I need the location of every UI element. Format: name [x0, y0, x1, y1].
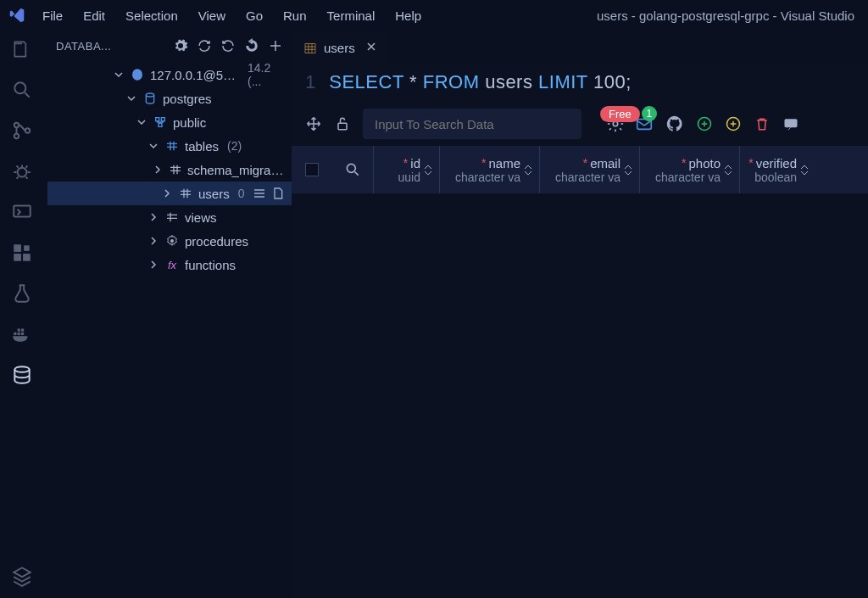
- testing-icon[interactable]: [10, 282, 34, 305]
- tabs-bar: users: [292, 31, 868, 64]
- tree-tables[interactable]: tables (2): [44, 134, 292, 158]
- svg-rect-23: [338, 123, 347, 130]
- chevron-down-icon: [114, 70, 125, 80]
- trash-icon[interactable]: [754, 115, 771, 132]
- table-icon: [303, 42, 317, 55]
- grid-body: [292, 193, 868, 598]
- svg-point-17: [146, 93, 153, 97]
- menu-terminal[interactable]: Terminal: [319, 3, 384, 28]
- gear-icon[interactable]: [173, 38, 188, 53]
- tree-table-row[interactable]: users 0: [47, 182, 292, 205]
- chevron-right-icon: [161, 188, 173, 198]
- debug-icon[interactable]: [10, 159, 34, 183]
- sort-icon[interactable]: [800, 165, 809, 176]
- column-search-icon[interactable]: [332, 146, 373, 193]
- grid-header: *iduuid*namecharacter va*emailcharacter …: [292, 146, 868, 193]
- menu-edit[interactable]: Edit: [75, 3, 114, 28]
- extensions-icon[interactable]: [10, 241, 34, 265]
- source-control-icon[interactable]: [10, 119, 34, 143]
- menu-go[interactable]: Go: [237, 3, 271, 28]
- search-input[interactable]: [363, 109, 581, 139]
- menu-icon[interactable]: [253, 187, 266, 200]
- column-email[interactable]: *emailcharacter va: [539, 146, 639, 193]
- menu-bar: File Edit Selection View Go Run Terminal…: [34, 3, 430, 28]
- line-number: 1: [305, 71, 315, 93]
- chevron-right-icon: [147, 236, 159, 246]
- add-icon[interactable]: [268, 38, 283, 53]
- remote-icon[interactable]: [10, 200, 34, 224]
- add-circle-icon-2[interactable]: [725, 115, 742, 132]
- menu-selection[interactable]: Selection: [117, 3, 186, 28]
- menu-help[interactable]: Help: [387, 3, 430, 28]
- sidebar-header: DATABA...: [44, 31, 292, 61]
- column-id[interactable]: *iduuid: [373, 146, 439, 193]
- tree-table-row[interactable]: schema_migratio...: [44, 158, 292, 182]
- functions-label: functions: [185, 258, 236, 272]
- svg-point-4: [18, 168, 27, 177]
- docker-icon[interactable]: [10, 322, 34, 346]
- layers-icon[interactable]: [10, 564, 34, 588]
- activity-bar: [0, 31, 44, 598]
- view-icon: [164, 210, 180, 224]
- window-title: users - golang-postgresql-grpc - Visual …: [597, 8, 861, 23]
- sort-icon[interactable]: [624, 165, 632, 176]
- tab-users[interactable]: users: [292, 31, 386, 64]
- tree-schema[interactable]: public: [44, 110, 292, 134]
- tree-functions[interactable]: fx functions: [44, 253, 292, 277]
- explorer-icon[interactable]: [10, 37, 34, 61]
- svg-point-24: [613, 121, 618, 126]
- svg-rect-28: [784, 119, 797, 127]
- tree-procedures[interactable]: procedures: [44, 229, 292, 253]
- file-icon[interactable]: [271, 187, 285, 200]
- database-icon[interactable]: [10, 363, 34, 387]
- chevron-down-icon: [136, 117, 147, 127]
- chevron-right-icon: [147, 260, 159, 270]
- db-label: postgres: [163, 92, 212, 106]
- github-icon[interactable]: [665, 115, 684, 133]
- menu-view[interactable]: View: [190, 3, 234, 28]
- svg-rect-22: [305, 43, 315, 53]
- svg-point-2: [14, 134, 19, 138]
- svg-rect-12: [21, 333, 24, 335]
- column-verified[interactable]: *verifiedboolean: [739, 146, 815, 193]
- postgres-icon: [130, 67, 145, 82]
- svg-rect-19: [161, 118, 164, 121]
- close-icon[interactable]: [365, 41, 377, 55]
- svg-rect-13: [18, 329, 20, 332]
- menu-file[interactable]: File: [34, 3, 71, 28]
- sort-icon[interactable]: [724, 165, 732, 176]
- refresh-icon-2[interactable]: [220, 38, 236, 53]
- menu-run[interactable]: Run: [275, 3, 315, 28]
- svg-rect-8: [23, 254, 31, 261]
- sort-icon[interactable]: [424, 165, 432, 176]
- lock-icon[interactable]: [334, 115, 351, 132]
- tree-database[interactable]: postgres: [44, 87, 292, 110]
- version-badge: 14.2 (...: [248, 61, 285, 88]
- tab-label: users: [324, 41, 355, 55]
- table-count: 0: [238, 187, 245, 200]
- select-all-checkbox[interactable]: [292, 146, 332, 193]
- tree: 127.0.0.1@5432 14.2 (... postgres public…: [44, 61, 292, 278]
- tree-connection[interactable]: 127.0.0.1@5432 14.2 (...: [44, 63, 292, 87]
- search-icon[interactable]: [10, 78, 34, 102]
- svg-point-0: [14, 82, 25, 93]
- sql-editor[interactable]: 1 SELECT * FROM users LIMIT 100;: [292, 64, 868, 100]
- notification-badge: 1: [642, 106, 657, 121]
- table-name: schema_migratio...: [187, 163, 285, 177]
- refresh-icon[interactable]: [197, 38, 212, 53]
- move-icon[interactable]: [305, 115, 322, 132]
- column-name[interactable]: *namecharacter va: [439, 146, 539, 193]
- reload-icon[interactable]: [244, 38, 259, 53]
- sort-icon[interactable]: [524, 165, 532, 176]
- sql-content: SELECT * FROM users LIMIT 100;: [329, 71, 632, 93]
- title-bar: File Edit Selection View Go Run Terminal…: [0, 0, 868, 31]
- add-circle-icon[interactable]: [696, 115, 713, 132]
- database-icon: [142, 92, 158, 105]
- svg-rect-5: [14, 205, 31, 216]
- tree-views[interactable]: views: [44, 205, 292, 229]
- comment-icon[interactable]: [782, 115, 799, 132]
- sidebar: DATABA... 127.0.0.1@5432 14.2 (... postg…: [44, 31, 292, 598]
- table-icon: [164, 139, 180, 153]
- svg-point-1: [14, 123, 19, 127]
- column-photo[interactable]: *photocharacter va: [639, 146, 739, 193]
